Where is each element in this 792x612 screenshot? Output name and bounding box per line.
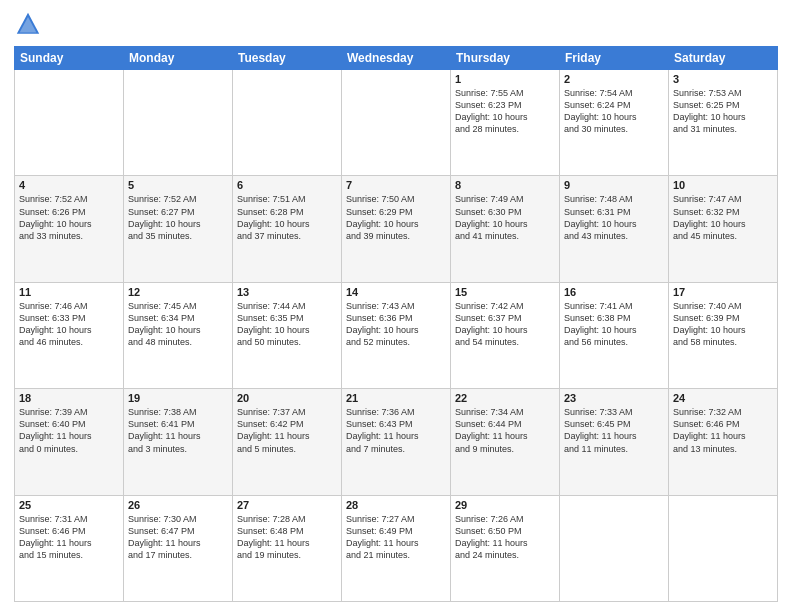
calendar-header-saturday: Saturday <box>669 47 778 70</box>
day-number: 24 <box>673 392 773 404</box>
header <box>14 10 778 38</box>
calendar-cell: 13Sunrise: 7:44 AM Sunset: 6:35 PM Dayli… <box>233 282 342 388</box>
logo <box>14 10 46 38</box>
calendar-cell: 28Sunrise: 7:27 AM Sunset: 6:49 PM Dayli… <box>342 495 451 601</box>
calendar-cell: 29Sunrise: 7:26 AM Sunset: 6:50 PM Dayli… <box>451 495 560 601</box>
day-info: Sunrise: 7:28 AM Sunset: 6:48 PM Dayligh… <box>237 513 337 562</box>
day-info: Sunrise: 7:32 AM Sunset: 6:46 PM Dayligh… <box>673 406 773 455</box>
calendar-week-1: 1Sunrise: 7:55 AM Sunset: 6:23 PM Daylig… <box>15 70 778 176</box>
calendar-cell: 18Sunrise: 7:39 AM Sunset: 6:40 PM Dayli… <box>15 389 124 495</box>
day-number: 13 <box>237 286 337 298</box>
day-number: 11 <box>19 286 119 298</box>
day-info: Sunrise: 7:37 AM Sunset: 6:42 PM Dayligh… <box>237 406 337 455</box>
day-info: Sunrise: 7:26 AM Sunset: 6:50 PM Dayligh… <box>455 513 555 562</box>
day-number: 2 <box>564 73 664 85</box>
calendar-cell: 7Sunrise: 7:50 AM Sunset: 6:29 PM Daylig… <box>342 176 451 282</box>
day-number: 29 <box>455 499 555 511</box>
calendar-table: SundayMondayTuesdayWednesdayThursdayFrid… <box>14 46 778 602</box>
day-number: 18 <box>19 392 119 404</box>
day-info: Sunrise: 7:38 AM Sunset: 6:41 PM Dayligh… <box>128 406 228 455</box>
calendar-cell <box>560 495 669 601</box>
day-info: Sunrise: 7:39 AM Sunset: 6:40 PM Dayligh… <box>19 406 119 455</box>
calendar-header-sunday: Sunday <box>15 47 124 70</box>
calendar-header-friday: Friday <box>560 47 669 70</box>
day-number: 12 <box>128 286 228 298</box>
day-info: Sunrise: 7:36 AM Sunset: 6:43 PM Dayligh… <box>346 406 446 455</box>
day-info: Sunrise: 7:52 AM Sunset: 6:27 PM Dayligh… <box>128 193 228 242</box>
day-number: 16 <box>564 286 664 298</box>
day-number: 22 <box>455 392 555 404</box>
page: SundayMondayTuesdayWednesdayThursdayFrid… <box>0 0 792 612</box>
day-number: 10 <box>673 179 773 191</box>
calendar-cell: 12Sunrise: 7:45 AM Sunset: 6:34 PM Dayli… <box>124 282 233 388</box>
day-number: 20 <box>237 392 337 404</box>
day-number: 23 <box>564 392 664 404</box>
calendar-cell: 3Sunrise: 7:53 AM Sunset: 6:25 PM Daylig… <box>669 70 778 176</box>
day-number: 9 <box>564 179 664 191</box>
day-number: 4 <box>19 179 119 191</box>
day-number: 15 <box>455 286 555 298</box>
day-number: 28 <box>346 499 446 511</box>
calendar-header-row: SundayMondayTuesdayWednesdayThursdayFrid… <box>15 47 778 70</box>
calendar-cell: 20Sunrise: 7:37 AM Sunset: 6:42 PM Dayli… <box>233 389 342 495</box>
day-info: Sunrise: 7:47 AM Sunset: 6:32 PM Dayligh… <box>673 193 773 242</box>
calendar-cell: 25Sunrise: 7:31 AM Sunset: 6:46 PM Dayli… <box>15 495 124 601</box>
day-info: Sunrise: 7:54 AM Sunset: 6:24 PM Dayligh… <box>564 87 664 136</box>
day-info: Sunrise: 7:49 AM Sunset: 6:30 PM Dayligh… <box>455 193 555 242</box>
day-info: Sunrise: 7:50 AM Sunset: 6:29 PM Dayligh… <box>346 193 446 242</box>
day-number: 14 <box>346 286 446 298</box>
calendar-week-5: 25Sunrise: 7:31 AM Sunset: 6:46 PM Dayli… <box>15 495 778 601</box>
day-info: Sunrise: 7:48 AM Sunset: 6:31 PM Dayligh… <box>564 193 664 242</box>
day-info: Sunrise: 7:51 AM Sunset: 6:28 PM Dayligh… <box>237 193 337 242</box>
day-info: Sunrise: 7:27 AM Sunset: 6:49 PM Dayligh… <box>346 513 446 562</box>
calendar-cell <box>124 70 233 176</box>
calendar-header-thursday: Thursday <box>451 47 560 70</box>
calendar-cell: 9Sunrise: 7:48 AM Sunset: 6:31 PM Daylig… <box>560 176 669 282</box>
calendar-cell: 22Sunrise: 7:34 AM Sunset: 6:44 PM Dayli… <box>451 389 560 495</box>
day-info: Sunrise: 7:30 AM Sunset: 6:47 PM Dayligh… <box>128 513 228 562</box>
day-number: 27 <box>237 499 337 511</box>
day-info: Sunrise: 7:55 AM Sunset: 6:23 PM Dayligh… <box>455 87 555 136</box>
logo-icon <box>14 10 42 38</box>
day-info: Sunrise: 7:52 AM Sunset: 6:26 PM Dayligh… <box>19 193 119 242</box>
day-number: 17 <box>673 286 773 298</box>
calendar-header-tuesday: Tuesday <box>233 47 342 70</box>
calendar-cell: 21Sunrise: 7:36 AM Sunset: 6:43 PM Dayli… <box>342 389 451 495</box>
calendar-cell <box>233 70 342 176</box>
calendar-cell: 17Sunrise: 7:40 AM Sunset: 6:39 PM Dayli… <box>669 282 778 388</box>
calendar-cell: 8Sunrise: 7:49 AM Sunset: 6:30 PM Daylig… <box>451 176 560 282</box>
day-number: 1 <box>455 73 555 85</box>
day-info: Sunrise: 7:45 AM Sunset: 6:34 PM Dayligh… <box>128 300 228 349</box>
day-number: 19 <box>128 392 228 404</box>
day-number: 7 <box>346 179 446 191</box>
calendar-week-4: 18Sunrise: 7:39 AM Sunset: 6:40 PM Dayli… <box>15 389 778 495</box>
day-info: Sunrise: 7:46 AM Sunset: 6:33 PM Dayligh… <box>19 300 119 349</box>
calendar-cell: 6Sunrise: 7:51 AM Sunset: 6:28 PM Daylig… <box>233 176 342 282</box>
calendar-cell: 19Sunrise: 7:38 AM Sunset: 6:41 PM Dayli… <box>124 389 233 495</box>
calendar-cell: 23Sunrise: 7:33 AM Sunset: 6:45 PM Dayli… <box>560 389 669 495</box>
calendar-cell: 1Sunrise: 7:55 AM Sunset: 6:23 PM Daylig… <box>451 70 560 176</box>
calendar-cell <box>669 495 778 601</box>
calendar-cell: 11Sunrise: 7:46 AM Sunset: 6:33 PM Dayli… <box>15 282 124 388</box>
day-number: 25 <box>19 499 119 511</box>
day-info: Sunrise: 7:40 AM Sunset: 6:39 PM Dayligh… <box>673 300 773 349</box>
calendar-header-wednesday: Wednesday <box>342 47 451 70</box>
calendar-cell: 5Sunrise: 7:52 AM Sunset: 6:27 PM Daylig… <box>124 176 233 282</box>
day-info: Sunrise: 7:44 AM Sunset: 6:35 PM Dayligh… <box>237 300 337 349</box>
calendar-cell: 24Sunrise: 7:32 AM Sunset: 6:46 PM Dayli… <box>669 389 778 495</box>
calendar-cell: 27Sunrise: 7:28 AM Sunset: 6:48 PM Dayli… <box>233 495 342 601</box>
calendar-week-2: 4Sunrise: 7:52 AM Sunset: 6:26 PM Daylig… <box>15 176 778 282</box>
calendar-cell: 2Sunrise: 7:54 AM Sunset: 6:24 PM Daylig… <box>560 70 669 176</box>
day-number: 6 <box>237 179 337 191</box>
day-number: 3 <box>673 73 773 85</box>
day-info: Sunrise: 7:33 AM Sunset: 6:45 PM Dayligh… <box>564 406 664 455</box>
calendar-header-monday: Monday <box>124 47 233 70</box>
calendar-cell: 14Sunrise: 7:43 AM Sunset: 6:36 PM Dayli… <box>342 282 451 388</box>
day-info: Sunrise: 7:42 AM Sunset: 6:37 PM Dayligh… <box>455 300 555 349</box>
calendar-cell: 16Sunrise: 7:41 AM Sunset: 6:38 PM Dayli… <box>560 282 669 388</box>
day-info: Sunrise: 7:43 AM Sunset: 6:36 PM Dayligh… <box>346 300 446 349</box>
day-number: 26 <box>128 499 228 511</box>
calendar-cell: 15Sunrise: 7:42 AM Sunset: 6:37 PM Dayli… <box>451 282 560 388</box>
day-number: 5 <box>128 179 228 191</box>
calendar-week-3: 11Sunrise: 7:46 AM Sunset: 6:33 PM Dayli… <box>15 282 778 388</box>
